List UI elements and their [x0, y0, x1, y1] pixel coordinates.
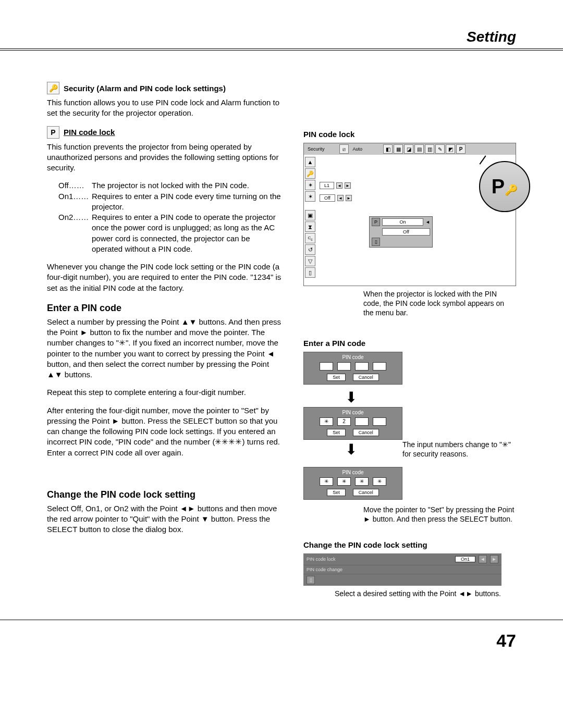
fc-lock-value: On1 — [455, 556, 475, 562]
pin-box-2-4 — [373, 417, 386, 426]
pin-dialog-3: PIN code ✳ ✳ ✳ ✳ Set Cancel — [303, 467, 402, 500]
menubar-icon-6: ▥ — [425, 144, 434, 154]
header-rule-2 — [0, 50, 563, 51]
left-column: 🔑 Security (Alarm and PIN code lock sett… — [47, 82, 282, 607]
submenu-quit-icon: ▯ — [372, 238, 380, 246]
figure1-caption: When the projector is locked with the PI… — [303, 289, 516, 318]
pin-box-1-3 — [355, 362, 369, 371]
l1-left-arrow-icon: ◄ — [336, 182, 342, 189]
enter-pin-p1: Select a number by pressing the Point ▲▼… — [47, 317, 282, 380]
submenu-pin-icon: P — [372, 218, 380, 226]
pin-box-1-2 — [337, 362, 351, 371]
pin-dialog-2-title: PIN code — [304, 410, 402, 415]
pin-set-btn-3: Set — [327, 489, 346, 496]
option-on1-text: Requires to enter a PIN code every time … — [92, 191, 282, 213]
submenu-on: On — [382, 218, 423, 226]
figure3-caption: Move the pointer to "Set" by pressing th… — [303, 505, 516, 524]
pin-symbol-callout: P🔑 — [479, 161, 530, 212]
pin-lock-icon: P — [47, 126, 59, 139]
pin-box-2-2: 2 — [337, 417, 351, 426]
pin-cancel-btn-1: Cancel — [353, 374, 379, 381]
option-on1-label: On1…… — [58, 191, 92, 213]
side-filter-icon: ⧗ — [305, 221, 315, 232]
pin-dialog-1-title: PIN code — [304, 354, 402, 360]
pin-box-1-1 — [320, 362, 333, 371]
pin-box-3-2: ✳ — [337, 477, 351, 486]
pin-box-2-1: ✳ — [320, 417, 333, 426]
option-off-label: Off…… — [58, 180, 92, 191]
submenu-pointer-icon: ◄ — [425, 219, 430, 225]
right-column: PIN code lock Security ⎚ Auto ◧ ▦ ◪ ▤ ▥ … — [303, 82, 516, 607]
pin-lock-title: PIN code lock — [64, 128, 115, 137]
option-on1: On1…… Requires to enter a PIN code every… — [58, 191, 282, 213]
enter-pin-p2: Repeat this step to complete entering a … — [47, 387, 282, 398]
security-section-title: Security (Alarm and PIN code lock settin… — [64, 84, 226, 93]
pin-lock-note: Whenever you change the PIN code lock se… — [47, 262, 282, 293]
menubar-icon-5: ▤ — [414, 144, 424, 154]
side-fan2-icon: ✶ — [305, 191, 315, 202]
off-value: Off — [320, 194, 335, 202]
option-off-text: The projector is not locked with the PIN… — [92, 180, 282, 191]
callout-line — [479, 155, 486, 165]
security-section-body: This function allows you to use PIN code… — [47, 97, 282, 119]
footer-rule — [0, 620, 563, 620]
pin-set-btn-1: Set — [327, 374, 346, 381]
fc-change-label: PIN code change — [307, 567, 342, 572]
figure4-caption: Select a desired setting with the Point … — [303, 589, 516, 598]
menu-bar: Security ⎚ Auto ◧ ▦ ◪ ▤ ▥ ✎ ◩ P — [304, 143, 516, 155]
side-gap — [305, 203, 315, 209]
side-fan1-icon: ✶ — [305, 180, 315, 190]
menubar-icon-7: ✎ — [435, 144, 445, 154]
pin-cancel-btn-2: Cancel — [353, 429, 379, 436]
figure-enter-pin-title: Enter a PIN code — [303, 339, 516, 348]
pin-dialog-3-title: PIN code — [304, 470, 402, 475]
option-off: Off…… The projector is not locked with t… — [58, 180, 282, 191]
pin-box-3-1: ✳ — [320, 477, 333, 486]
off-left-arrow-icon: ◄ — [337, 195, 344, 201]
side-cc-icon: Cc — [305, 233, 315, 243]
security-key-icon: 🔑 — [47, 82, 59, 94]
pin-cancel-btn-3: Cancel — [353, 489, 379, 496]
menubar-icon-4: ◪ — [404, 144, 413, 154]
pin-box-3-3: ✳ — [355, 477, 369, 486]
menu-security-label: Security — [304, 146, 328, 152]
page-header-title: Setting — [0, 29, 563, 45]
side-quit-icon: ▯ — [305, 267, 315, 278]
menubar-icon-8: ◩ — [446, 144, 455, 154]
pin-box-3-4: ✳ — [373, 477, 386, 486]
option-on2-label: On2…… — [58, 212, 92, 254]
enter-pin-p3: After entering the four-digit number, mo… — [47, 405, 282, 458]
menu-auto-label: Auto — [350, 146, 366, 152]
option-on2: On2…… Requires to enter a PIN code to op… — [58, 212, 282, 254]
pin-symbol-key-icon: 🔑 — [505, 183, 518, 196]
menubar-icon-3: ▦ — [394, 144, 403, 154]
page-number: 47 — [0, 631, 563, 651]
menubar-icon-2: ◧ — [383, 144, 393, 154]
fc-left-arrow-icon: ◄ — [479, 555, 487, 563]
change-pin-heading: Change the PIN code lock setting — [47, 489, 282, 500]
figure-change-title: Change the PIN code lock setting — [303, 540, 516, 549]
pin-dialog-2: PIN code ✳ 2 Set Cancel — [303, 407, 402, 440]
change-pin-p1: Select Off, On1, or On2 with the Point ◄… — [47, 503, 282, 535]
option-on2-text: Requires to enter a PIN code to operate … — [92, 212, 282, 254]
side-lamp-icon: ▣ — [305, 210, 315, 220]
figure-pin-lock-menu: Security ⎚ Auto ◧ ▦ ◪ ▤ ▥ ✎ ◩ P ▲ — [303, 143, 516, 286]
figure-change-setting: PIN code lock On1 ◄ ► PIN code change ▯ — [303, 553, 501, 586]
pin-box-2-3 — [355, 417, 369, 426]
down-arrow-1-icon: ⬇ — [303, 389, 516, 406]
pin-symbol-p: P — [492, 176, 505, 198]
submenu-off: Off — [382, 228, 430, 236]
l1-right-arrow-icon: ► — [345, 182, 351, 189]
enter-pin-heading: Enter a PIN code — [47, 303, 282, 314]
side-up-icon: ▲ — [305, 157, 315, 167]
pin-lock-body: This function prevents the projector fro… — [47, 142, 282, 174]
l1-value: L1 — [320, 182, 334, 189]
fc-quit-icon: ▯ — [307, 576, 315, 584]
side-icon-column: ▲ 🔑 ✶ ✶ ▣ ⧗ Cc ↺ ▽ ▯ — [305, 157, 315, 278]
menubar-icon-1: ⎚ — [339, 144, 349, 154]
fc-lock-label: PIN code lock — [307, 557, 336, 562]
menubar-pin-icon: P — [456, 144, 466, 154]
figure-pin-lock-title: PIN code lock — [303, 130, 516, 139]
fc-right-arrow-icon: ► — [490, 555, 498, 563]
header-rule-1 — [0, 48, 563, 49]
